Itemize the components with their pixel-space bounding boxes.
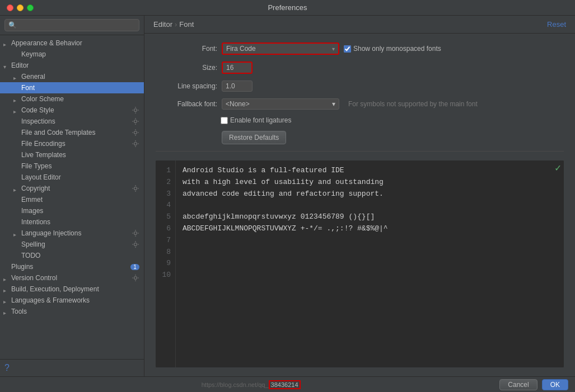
code-line: ABCDEFGHIJKLMNOPQRSTUVWXYZ +-*/= .,;:!? …: [183, 223, 557, 235]
svg-point-3: [134, 143, 137, 145]
expand-icon: [13, 74, 19, 79]
size-input[interactable]: [222, 62, 253, 74]
svg-point-7: [134, 277, 137, 280]
sidebar-item-tools[interactable]: Tools: [0, 306, 144, 317]
sidebar-item-code-style[interactable]: Code Style: [0, 105, 144, 116]
breadcrumb-separator: ›: [175, 20, 177, 29]
sidebar-item-label: Version Control: [11, 274, 57, 282]
sidebar-item-spelling[interactable]: Spelling: [0, 239, 144, 250]
restore-defaults-button[interactable]: Restore Defaults: [222, 131, 286, 144]
sidebar-item-color-scheme[interactable]: Color Scheme: [0, 93, 144, 105]
expand-icon: [3, 309, 9, 314]
sidebar-item-editor[interactable]: Editor: [0, 60, 144, 71]
settings-icon: [132, 229, 139, 237]
line-number: 1: [160, 165, 171, 177]
size-row: Size:: [156, 62, 564, 74]
sidebar-item-general[interactable]: General: [0, 71, 144, 82]
code-line: advanced code editing and refactoring su…: [183, 188, 557, 200]
minimize-button[interactable]: [17, 4, 24, 11]
sidebar-item-file-encodings[interactable]: File Encodings: [0, 138, 144, 149]
fallback-label: Fallback font:: [156, 100, 217, 108]
code-line: [183, 247, 557, 258]
sidebar-item-label: Build, Execution, Deployment: [11, 285, 99, 293]
line-spacing-input[interactable]: [222, 81, 253, 92]
line-number: 2: [160, 177, 171, 188]
sidebar-item-plugins[interactable]: Plugins 1: [0, 261, 144, 272]
search-box[interactable]: [0, 16, 144, 35]
plugins-badge: 1: [130, 264, 139, 270]
spacer: [13, 85, 19, 91]
expand-icon: [3, 63, 9, 68]
sidebar-item-languages[interactable]: Languages & Frameworks: [0, 295, 144, 306]
font-dropdown[interactable]: Fira Code ▾: [222, 42, 339, 55]
right-panel: Editor › Font Reset Font: Fira Code ▾ Sh…: [144, 16, 575, 376]
reset-link[interactable]: Reset: [547, 20, 566, 29]
spacer: [13, 119, 19, 124]
code-line: abcdefghijklmnopqrstuvwxyz 0123456789 ()…: [183, 211, 557, 223]
preview-area: 1 2 3 4 5 6 7 8 9 10 Android Studio is a…: [156, 160, 564, 367]
sidebar-item-todo[interactable]: TODO: [0, 250, 144, 261]
line-number: 5: [160, 211, 171, 223]
monospaced-checkbox-input[interactable]: [344, 45, 351, 53]
window-controls[interactable]: [7, 4, 34, 11]
show-monospaced-checkbox[interactable]: Show only monospaced fonts: [344, 45, 441, 53]
settings-icon: [132, 185, 139, 192]
sidebar-item-file-code-templates[interactable]: File and Code Templates: [0, 127, 144, 138]
spacer: [13, 152, 19, 158]
expand-icon: [13, 107, 19, 113]
sidebar-item-label: Intentions: [21, 218, 50, 226]
sidebar-item-build[interactable]: Build, Execution, Deployment: [0, 284, 144, 295]
line-number: 9: [160, 258, 171, 270]
sidebar-item-language-injections[interactable]: Language Injections: [0, 228, 144, 239]
url-display: https://blog.csdn.net/qq_38436214: [7, 381, 495, 388]
cancel-button[interactable]: Cancel: [499, 379, 537, 390]
sidebar-item-label: Images: [21, 207, 43, 215]
help-button[interactable]: ?: [4, 363, 10, 372]
sidebar-item-version-control[interactable]: Version Control: [0, 272, 144, 284]
ok-button[interactable]: OK: [542, 379, 568, 390]
sidebar-item-label: TODO: [21, 252, 40, 259]
line-spacing-row: Line spacing:: [156, 81, 564, 92]
search-input[interactable]: [4, 19, 139, 31]
code-line: [183, 200, 557, 211]
settings-icon: [132, 106, 139, 114]
line-number: 3: [160, 188, 171, 200]
code-line: with a high level of usability and outst…: [183, 177, 557, 188]
sidebar-item-file-types[interactable]: File Types: [0, 160, 144, 172]
sidebar-item-layout-editor[interactable]: Layout Editor: [0, 172, 144, 183]
sidebar-item-label: Languages & Frameworks: [11, 296, 90, 304]
sidebar-item-copyright[interactable]: Copyright: [0, 183, 144, 194]
expand-icon: [3, 275, 9, 281]
sidebar-item-label: Color Scheme: [21, 95, 64, 103]
spacer: [13, 219, 19, 225]
restore-row: Restore Defaults: [156, 131, 564, 144]
ligatures-checkbox[interactable]: Enable font ligatures: [221, 116, 291, 124]
fallback-dropdown[interactable]: <None> ▾: [222, 98, 339, 110]
maximize-button[interactable]: [27, 4, 34, 11]
nav-tree: Appearance & Behavior Keymap Editor Gene…: [0, 35, 144, 359]
spacer: [3, 264, 9, 270]
close-button[interactable]: [7, 4, 13, 11]
fallback-hint: For symbols not supported by the main fo…: [348, 100, 478, 108]
svg-point-1: [134, 120, 137, 123]
svg-point-5: [134, 232, 137, 235]
sidebar-item-font[interactable]: Font: [0, 82, 144, 93]
sidebar-item-intentions[interactable]: Intentions: [0, 216, 144, 228]
sidebar-item-label: Tools: [11, 308, 27, 315]
sidebar-item-images[interactable]: Images: [0, 205, 144, 216]
spacer: [13, 197, 19, 202]
breadcrumb: Editor › Font: [153, 20, 194, 29]
spacer: [13, 174, 19, 180]
sidebar-item-label: File Encodings: [21, 140, 66, 148]
spacer: [13, 242, 19, 247]
sidebar: Appearance & Behavior Keymap Editor Gene…: [0, 16, 144, 376]
sidebar-item-keymap[interactable]: Keymap: [0, 49, 144, 60]
window-title: Preferences: [268, 3, 307, 12]
ligatures-checkbox-input[interactable]: [221, 117, 228, 124]
sidebar-item-emmet[interactable]: Emmet: [0, 194, 144, 205]
sidebar-item-live-templates[interactable]: Live Templates: [0, 149, 144, 160]
sidebar-item-appearance[interactable]: Appearance & Behavior: [0, 37, 144, 49]
size-label: Size:: [156, 64, 217, 72]
sidebar-item-inspections[interactable]: Inspections: [0, 116, 144, 127]
ligatures-row: Enable font ligatures: [156, 116, 564, 124]
